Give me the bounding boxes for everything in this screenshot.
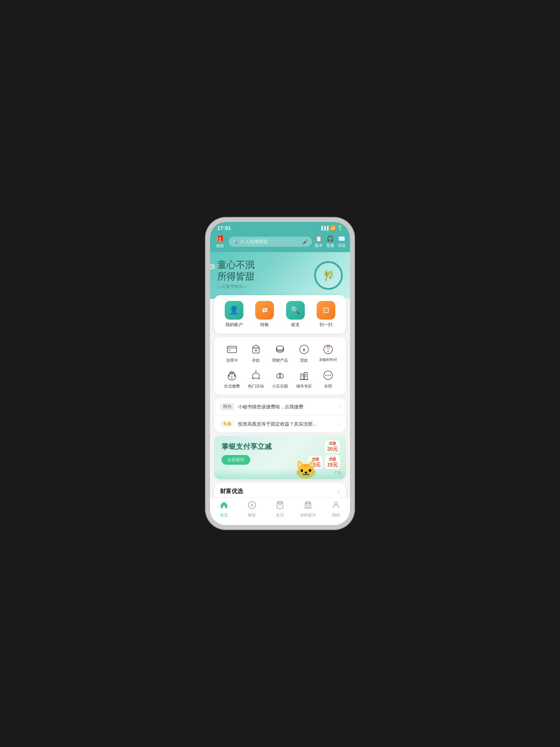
city-icon [298,369,311,382]
kids-label: 小豆乐园 [272,384,288,389]
banner-deco: 🎋 [314,261,343,290]
services-section: 信用卡 ¥ 存款 理财产品 [214,337,346,395]
service-deposit[interactable]: ¥ 存款 [244,343,268,363]
phone-outer: 17:51 ▐▐▐ 📶 🔋 🎁 抽奖 🔍 个人信用报告 🎤 [210,0,350,747]
lottery-icon: 🎁 [216,235,224,242]
deposit-icon: ¥ [249,343,262,356]
service-icon: 🎧 [327,235,334,242]
version-label: 版本 [315,243,323,248]
ad-btn[interactable]: 点击前往 [221,455,250,465]
notice-section: 待办 小秘书猜您该缴费啦，点我缴费 › 头条 投资高股息等于固定收益？其实没那.… [214,398,346,432]
utilities-icon [225,369,238,382]
status-time: 17:51 [217,225,231,231]
credit-card-label: 信用卡 [226,358,238,363]
banner-text: 2022.06.01 童心不泯 所得皆甜 —儿童节快乐— [217,260,255,289]
svg-text:¥: ¥ [250,502,253,508]
todo-tag: 待办 [220,403,234,410]
service-credit-card[interactable]: 信用卡 [220,343,244,363]
notice-headline[interactable]: 头条 投资高股息等于固定收益？其实没那... › [214,416,346,432]
nav-home[interactable]: 首页 [213,501,235,518]
banner-circle: 🎋 [314,261,343,290]
all-icon [322,369,335,382]
banner-subtitle: —儿童节快乐— [217,284,255,290]
quick-action-transfer[interactable]: ⇄ 转账 [251,301,279,328]
nav-mine[interactable]: 我的 [325,501,347,518]
phone-frame: 17:51 ▐▐▐ 📶 🔋 🎁 抽奖 🔍 个人信用报告 🎤 [210,222,350,525]
notice-todo[interactable]: 待办 小秘书猜您该缴费啦，点我缴费 › [214,398,346,416]
service-city[interactable]: 城市专区 [292,369,316,389]
service-loan[interactable]: e 贷款 [292,343,316,363]
message-button[interactable]: ✉️ 消息 [338,235,346,248]
svg-rect-27 [277,503,283,509]
agpay-icon: ⏰¥ [322,343,335,356]
life-icon [276,501,284,511]
account-label: 我的账户 [225,322,243,328]
svg-point-22 [325,375,326,376]
income-label: 收支 [291,322,300,328]
svg-point-28 [335,502,337,505]
account-icon: 👤 [225,301,243,320]
transfer-icon: ⇄ [255,301,274,320]
quick-action-scan[interactable]: ⊡ 扫一扫 [312,301,340,328]
quick-action-income[interactable]: 🔍 收支 [281,301,309,328]
headline-text: 投资高股息等于固定收益？其实没那... [238,421,335,427]
service-button[interactable]: 🎧 客服 [326,235,334,248]
scan-label: 扫一扫 [319,322,332,328]
banner-title: 童心不泯 所得皆甜 [217,260,255,282]
mine-icon [332,501,340,511]
activities-label: 热门活动 [248,384,264,389]
kids-icon [274,369,286,382]
service-kids[interactable]: 小豆乐园 [268,369,292,389]
banner[interactable]: 2022.06.01 童心不泯 所得皆甜 —儿童节快乐— 🎋 [210,252,350,299]
service-all[interactable]: 全部 [316,369,340,389]
svg-rect-19 [305,376,306,377]
finance-icon [274,343,286,356]
search-icon: 🔍 [232,239,238,244]
rural-label: 乡村振兴 [300,512,316,518]
svg-point-24 [330,375,331,376]
lottery-label: 抽奖 [216,243,224,249]
ad-banner[interactable]: 掌银支付享立减 点击前往 优惠 20元 优惠 5元 优惠 [214,436,346,479]
utilities-label: 生活缴费 [224,384,240,389]
nav-rural[interactable]: 乡村振兴 [297,501,319,518]
mic-icon: 🎤 [303,239,308,244]
wealth-nav-icon: ¥ [248,501,256,511]
search-bar[interactable]: 🔍 个人信用报告 🎤 [229,237,312,247]
top-nav: 🎁 抽奖 🔍 个人信用报告 🎤 📋 版本 🎧 客服 [210,232,350,252]
service-agpay[interactable]: ⏰¥ 农银时时付 [316,343,340,363]
banner-title-line2: 所得皆甜 [217,271,255,282]
nav-life[interactable]: 生活 [269,501,291,518]
service-label: 客服 [326,243,334,248]
quick-actions-grid: 👤 我的账户 ⇄ 转账 🔍 收支 ⊡ 扫一扫 [220,301,340,328]
ad-title: 掌银支付享立减 [221,442,339,451]
lottery-button[interactable]: 🎁 抽奖 [214,235,226,249]
ad-content: 掌银支付享立减 点击前往 [214,436,346,470]
battery-icon: 🔋 [337,225,343,231]
svg-point-23 [327,375,328,376]
deposit-label: 存款 [252,358,260,363]
service-utilities[interactable]: 生活缴费 [220,369,244,389]
loan-icon: e [298,343,311,356]
service-finance[interactable]: 理财产品 [268,343,292,363]
credit-card-icon [225,343,238,356]
svg-point-5 [276,346,284,350]
nav-wealth[interactable]: ¥ 财富 [241,501,263,518]
home-icon [220,501,228,511]
version-button[interactable]: 📋 版本 [315,235,323,248]
svg-text:e: e [303,347,305,352]
wealth-more-icon[interactable]: > [337,489,340,495]
svg-text:⏰: ⏰ [326,345,330,350]
income-icon: 🔍 [286,301,305,320]
wealth-title: 财富优选 [220,488,243,495]
service-activities[interactable]: 热门活动 [244,369,268,389]
all-label: 全部 [324,384,332,389]
message-icon: ✉️ [338,235,345,242]
todo-text: 小秘书猜您该缴费啦，点我缴费 [238,404,335,410]
version-icon: 📋 [315,235,322,242]
svg-text:¥: ¥ [255,348,257,353]
svg-rect-15 [301,374,304,380]
quick-action-account[interactable]: 👤 我的账户 [220,301,248,328]
status-icons: ▐▐▐ 📶 🔋 [320,225,343,231]
svg-text:¥: ¥ [327,350,329,353]
bottom-nav: 首页 ¥ 财富 生活 乡 [210,497,350,525]
